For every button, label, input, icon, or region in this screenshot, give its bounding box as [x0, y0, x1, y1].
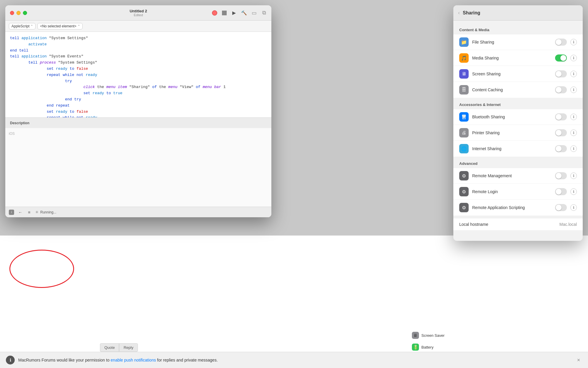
toggle-knob — [556, 39, 562, 45]
toggle-switch[interactable] — [555, 113, 567, 120]
code-line: end tell — [10, 48, 267, 54]
settings-row[interactable]: 🎵Media Sharingℹ — [453, 50, 583, 66]
toggle-knob — [556, 173, 562, 179]
settings-row[interactable]: 📁File Sharingℹ — [453, 34, 583, 50]
record-button[interactable] — [212, 10, 217, 16]
status-bar: i ← ≡ ✳ Running... — [5, 207, 271, 217]
settings-row[interactable]: 🖥Screen Sharingℹ — [453, 66, 583, 82]
toggle-switch[interactable] — [555, 39, 567, 46]
toggle-switch[interactable] — [555, 86, 567, 93]
window-title-group: Untitled 2 Edited — [130, 9, 147, 17]
code-line: repeat while not ready — [10, 115, 267, 117]
toggle-knob — [560, 55, 566, 61]
settings-row[interactable]: ⚙Remote Loginℹ — [453, 184, 583, 200]
info-button[interactable]: ℹ — [570, 39, 577, 45]
close-button[interactable] — [10, 11, 14, 15]
settings-row[interactable]: ⚙Remote Application Scriptingℹ — [453, 200, 583, 215]
description-content: iOS — [5, 128, 271, 207]
toggle-knob — [556, 71, 562, 77]
info-button[interactable]: ℹ — [570, 145, 577, 152]
hostname-value: Mac.local — [559, 222, 577, 227]
split-button[interactable]: ⧉ — [261, 10, 267, 16]
row-label: Media Sharing — [472, 56, 552, 60]
hammer-button[interactable]: 🔨 — [241, 10, 247, 16]
code-line: tell application "System Events" — [10, 54, 267, 60]
toolbar-row: AppleScript ⌃ <No selected element> ⌃ — [5, 21, 271, 32]
toggle-switch[interactable] — [555, 70, 567, 77]
row-icon: 🌐 — [459, 144, 469, 153]
code-editor[interactable]: tell application "System Settings" activ… — [5, 32, 271, 117]
toggle-switch[interactable] — [555, 129, 567, 136]
toggle-knob — [556, 189, 562, 195]
screen-saver-item[interactable]: 🖥 Screen Saver — [410, 331, 447, 340]
row-icon: 📁 — [459, 37, 469, 47]
element-dropdown[interactable]: <No selected element> ⌃ — [37, 23, 82, 29]
maximize-button[interactable] — [23, 11, 27, 15]
notification-icon: ℹ — [6, 356, 15, 364]
settings-back-button[interactable]: ‹ — [458, 10, 460, 16]
info-button[interactable]: ℹ — [570, 55, 577, 61]
toggle-switch[interactable] — [555, 54, 567, 62]
info-button[interactable]: ℹ — [570, 114, 577, 120]
status-running: ✳ Running... — [35, 210, 56, 214]
settings-row[interactable]: 🦷Bluetooth Sharingℹ — [453, 109, 583, 125]
row-label: Screen Sharing — [472, 72, 552, 76]
row-label: Internet Sharing — [472, 146, 552, 151]
stop-button[interactable] — [222, 11, 227, 15]
toolbar-controls: ▶ 🔨 ▭ ⧉ — [212, 10, 267, 16]
toggle-knob — [556, 205, 562, 210]
notification-close-button[interactable]: × — [575, 357, 582, 364]
code-line: activate — [10, 42, 267, 48]
row-label: Printer Sharing — [472, 130, 552, 135]
back-status-btn[interactable]: ← — [18, 210, 23, 215]
battery-item[interactable]: 🔋 Battery — [410, 342, 447, 352]
toggle-switch[interactable] — [555, 204, 567, 211]
info-button[interactable]: ℹ — [570, 173, 577, 179]
minimize-button[interactable] — [16, 11, 21, 15]
settings-panel: ‹ Sharing Content & Media📁File Sharingℹ🎵… — [453, 5, 583, 241]
settings-row[interactable]: 🖨Printer Sharingℹ — [453, 125, 583, 141]
run-button[interactable]: ▶ — [231, 10, 237, 16]
language-dropdown[interactable]: AppleScript ⌃ — [9, 23, 36, 29]
bottom-right-list: 🖥 Screen Saver 🔋 Battery — [410, 331, 447, 352]
row-icon: 🖨 — [459, 128, 469, 137]
code-line: click the menu item "Sharing" of the men… — [10, 84, 267, 90]
info-button[interactable]: ℹ — [570, 130, 577, 136]
forum-actions: Quote Reply — [100, 343, 138, 352]
settings-section: 📁File Sharingℹ🎵Media Sharingℹ🖥Screen Sha… — [453, 34, 583, 98]
reply-button[interactable]: Reply — [119, 343, 138, 352]
battery-label: Battery — [421, 345, 433, 349]
window-title: Untitled 2 — [130, 9, 147, 13]
language-arrow: ⌃ — [31, 24, 33, 28]
code-line: try — [10, 78, 267, 84]
settings-row[interactable]: 🌐Internet Sharingℹ — [453, 141, 583, 156]
row-label: Bluetooth Sharing — [472, 115, 552, 119]
hostname-row: Local hostnameMac.local — [453, 218, 583, 230]
info-button[interactable]: ℹ — [570, 188, 577, 195]
toggle-switch[interactable] — [555, 188, 567, 195]
code-line: set ready to false — [10, 109, 267, 115]
section-label: Content & Media — [453, 23, 583, 34]
settings-content: Content & Media📁File Sharingℹ🎵Media Shar… — [453, 21, 583, 241]
running-label: Running... — [40, 210, 56, 214]
info-button[interactable]: ℹ — [570, 71, 577, 77]
toggle-switch[interactable] — [555, 145, 567, 152]
row-label: Remote Application Scripting — [472, 205, 552, 210]
view-button[interactable]: ▭ — [251, 10, 257, 16]
quote-button[interactable]: Quote — [100, 343, 119, 352]
info-button[interactable]: ℹ — [570, 204, 577, 211]
title-bar: Untitled 2 Edited ▶ 🔨 ▭ ⧉ — [5, 5, 271, 21]
info-button[interactable]: ℹ — [570, 87, 577, 93]
row-icon: 🖥 — [459, 69, 469, 79]
toggle-switch[interactable] — [555, 172, 567, 179]
info-status-icon[interactable]: i — [9, 210, 14, 215]
settings-row[interactable]: 🗄Content Cachingℹ — [453, 82, 583, 97]
notification-link[interactable]: enable push notifications — [111, 358, 156, 362]
battery-icon: 🔋 — [412, 344, 419, 351]
settings-row[interactable]: ⚙Remote Managementℹ — [453, 168, 583, 184]
ios-label: iOS — [9, 132, 15, 136]
toggle-knob — [556, 130, 562, 136]
row-icon: ⚙ — [459, 171, 469, 180]
list-status-btn[interactable]: ≡ — [26, 210, 32, 215]
screen-saver-icon: 🖥 — [412, 332, 419, 339]
